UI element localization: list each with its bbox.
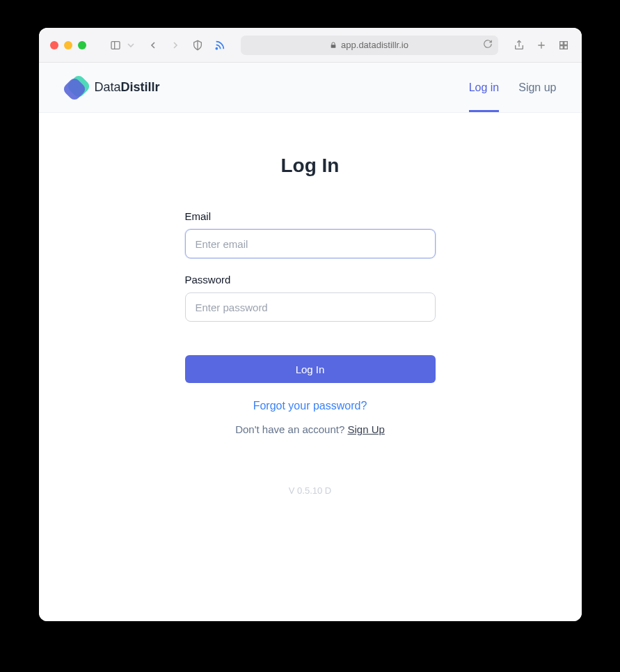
app-header: DataDistillr Log in Sign up: [39, 63, 582, 113]
svg-rect-7: [559, 41, 563, 45]
email-field[interactable]: [185, 229, 436, 258]
url-text: app.datadistillr.io: [341, 40, 408, 50]
nav-links: Log in Sign up: [469, 63, 557, 112]
minimize-window-button[interactable]: [64, 41, 72, 49]
nav-signup[interactable]: Sign up: [518, 63, 556, 112]
shield-icon[interactable]: [191, 38, 205, 52]
lock-icon: [330, 42, 337, 49]
password-field[interactable]: [185, 292, 436, 322]
page-content: Log In Email Password Log In Forgot your…: [39, 113, 582, 621]
browser-chrome: app.datadistillr.io: [39, 28, 582, 63]
maximize-window-button[interactable]: [78, 41, 86, 49]
browser-window: app.datadistillr.io DataDistillr Log in: [39, 28, 582, 621]
signup-link[interactable]: Sign Up: [347, 423, 384, 435]
version-label: V 0.5.10 D: [185, 485, 436, 496]
nav-login[interactable]: Log in: [469, 63, 500, 112]
svg-rect-9: [559, 45, 563, 49]
svg-rect-8: [564, 41, 567, 45]
logo-mark-icon: [64, 76, 88, 100]
logo[interactable]: DataDistillr: [64, 76, 160, 100]
tabs-overview-icon[interactable]: [557, 38, 571, 52]
close-window-button[interactable]: [50, 41, 58, 49]
sidebar-icon[interactable]: [109, 38, 122, 52]
logo-text: DataDistillr: [95, 80, 160, 95]
login-form: Email Password Log In Forgot your passwo…: [185, 210, 436, 496]
address-bar[interactable]: app.datadistillr.io: [241, 36, 498, 55]
share-icon[interactable]: [512, 38, 526, 52]
signup-prompt: Don't have an account? Sign Up: [185, 423, 436, 435]
back-button[interactable]: [146, 38, 160, 52]
svg-rect-10: [564, 45, 567, 49]
svg-rect-0: [111, 41, 120, 49]
forgot-password-link[interactable]: Forgot your password?: [185, 400, 436, 412]
window-controls: [50, 41, 86, 49]
password-label: Password: [185, 274, 436, 286]
forward-button[interactable]: [168, 38, 182, 52]
email-label: Email: [185, 210, 436, 222]
page-title: Log In: [281, 155, 340, 177]
chevron-down-icon[interactable]: [124, 38, 138, 52]
new-tab-icon[interactable]: [534, 38, 548, 52]
rss-icon[interactable]: [213, 38, 227, 52]
reload-icon[interactable]: [483, 39, 493, 51]
svg-point-3: [216, 47, 217, 49]
login-button[interactable]: Log In: [185, 355, 436, 383]
